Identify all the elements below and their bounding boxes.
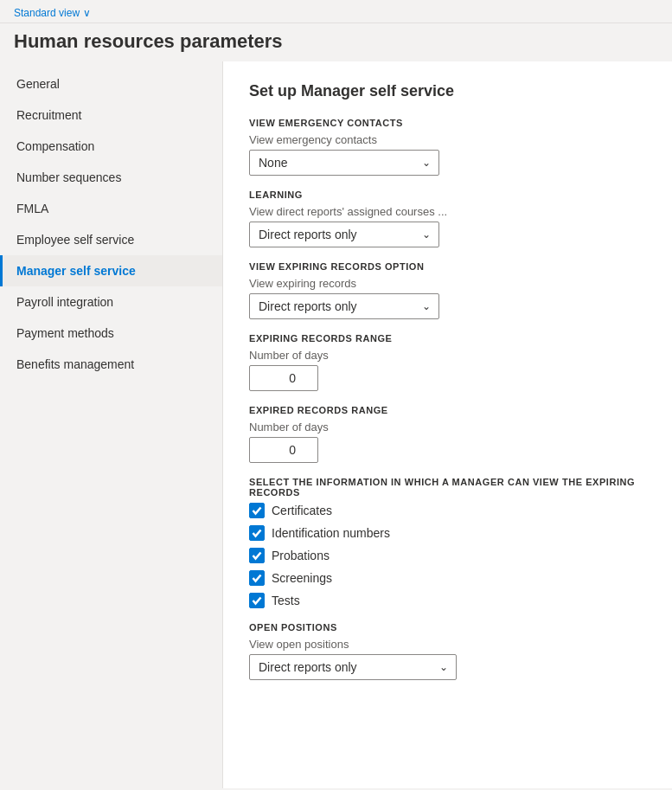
screenings-checkbox[interactable] <box>249 570 265 586</box>
sidebar-item-compensation[interactable]: Compensation <box>0 131 222 162</box>
checkbox-group-certificates: Certificates <box>249 503 646 518</box>
checkbox-group-probations: Probations <box>249 548 646 563</box>
probations-checkbox[interactable] <box>249 548 265 563</box>
checkbox-group-tests: Tests <box>249 593 646 608</box>
expiring-records-section: VIEW EXPIRING RECORDS OPTION View expiri… <box>249 261 646 319</box>
expired-range-field-label: Number of days <box>249 421 646 434</box>
open-positions-select[interactable]: None Direct reports only All reports <box>249 654 457 680</box>
sidebar-item-fmla[interactable]: FMLA <box>0 193 222 224</box>
emergency-contacts-section: VIEW EMERGENCY CONTACTS View emergency c… <box>249 118 646 176</box>
standard-view-label: Standard view <box>14 7 80 19</box>
chevron-down-icon: ∨ <box>83 7 91 19</box>
page-title: Human resources parameters <box>0 23 672 61</box>
select-info-section: SELECT THE INFORMATION IN WHICH A MANAGE… <box>249 477 646 608</box>
certificates-label: Certificates <box>272 504 332 517</box>
learning-field-label: View direct reports' assigned courses ..… <box>249 205 646 218</box>
learning-section-label: LEARNING <box>249 189 646 200</box>
sidebar-item-payroll-integration[interactable]: Payroll integration <box>0 286 222 318</box>
sidebar-item-recruitment[interactable]: Recruitment <box>0 100 222 131</box>
probations-label: Probations <box>272 549 330 562</box>
emergency-contacts-field-label: View emergency contacts <box>249 133 646 146</box>
expiring-range-section: EXPIRING RECORDS RANGE Number of days <box>249 333 646 391</box>
open-positions-field-label: View open positions <box>249 638 646 651</box>
select-info-section-label: SELECT THE INFORMATION IN WHICH A MANAGE… <box>249 477 646 498</box>
expiring-range-field-label: Number of days <box>249 349 646 362</box>
sidebar-item-payment-methods[interactable]: Payment methods <box>0 318 222 349</box>
open-positions-section-label: OPEN POSITIONS <box>249 622 646 633</box>
screenings-label: Screenings <box>272 571 332 585</box>
emergency-contacts-section-label: VIEW EMERGENCY CONTACTS <box>249 118 646 128</box>
expired-range-section-label: EXPIRED RECORDS RANGE <box>249 405 646 415</box>
learning-select-wrapper: None Direct reports only All reports ⌄ <box>249 222 439 247</box>
expiring-range-section-label: EXPIRING RECORDS RANGE <box>249 333 646 344</box>
sidebar-item-benefits-management[interactable]: Benefits management <box>0 349 222 380</box>
expired-range-input[interactable] <box>249 437 318 463</box>
expiring-range-input[interactable] <box>249 365 318 391</box>
learning-select[interactable]: None Direct reports only All reports <box>249 222 439 247</box>
expiring-records-section-label: VIEW EXPIRING RECORDS OPTION <box>249 261 646 272</box>
sidebar-item-manager-self-service[interactable]: Manager self service <box>0 255 222 286</box>
tests-checkbox[interactable] <box>249 593 265 608</box>
sidebar: General Recruitment Compensation Number … <box>0 61 223 788</box>
open-positions-section: OPEN POSITIONS View open positions None … <box>249 622 646 680</box>
learning-section: LEARNING View direct reports' assigned c… <box>249 189 646 247</box>
sidebar-item-employee-self-service[interactable]: Employee self service <box>0 224 222 255</box>
emergency-contacts-select[interactable]: None Direct reports only All reports <box>249 150 439 176</box>
identification-numbers-checkbox[interactable] <box>249 525 265 541</box>
expiring-records-select[interactable]: None Direct reports only All reports <box>249 293 439 319</box>
checkbox-group-screenings: Screenings <box>249 570 646 586</box>
content-section-title: Set up Manager self service <box>249 82 646 100</box>
identification-numbers-label: Identification numbers <box>272 526 390 540</box>
expiring-records-select-wrapper: None Direct reports only All reports ⌄ <box>249 293 439 319</box>
certificates-checkbox[interactable] <box>249 503 265 518</box>
sidebar-item-general[interactable]: General <box>0 68 222 100</box>
tests-label: Tests <box>272 594 300 607</box>
content-area: Set up Manager self service VIEW EMERGEN… <box>223 61 672 788</box>
expiring-records-field-label: View expiring records <box>249 277 646 290</box>
expired-range-section: EXPIRED RECORDS RANGE Number of days <box>249 405 646 463</box>
sidebar-item-number-sequences[interactable]: Number sequences <box>0 162 222 193</box>
checkbox-group-identification-numbers: Identification numbers <box>249 525 646 541</box>
emergency-contacts-select-wrapper: None Direct reports only All reports ⌄ <box>249 150 439 176</box>
standard-view-dropdown[interactable]: Standard view ∨ <box>14 7 658 19</box>
open-positions-select-wrapper: None Direct reports only All reports ⌄ <box>249 654 457 680</box>
